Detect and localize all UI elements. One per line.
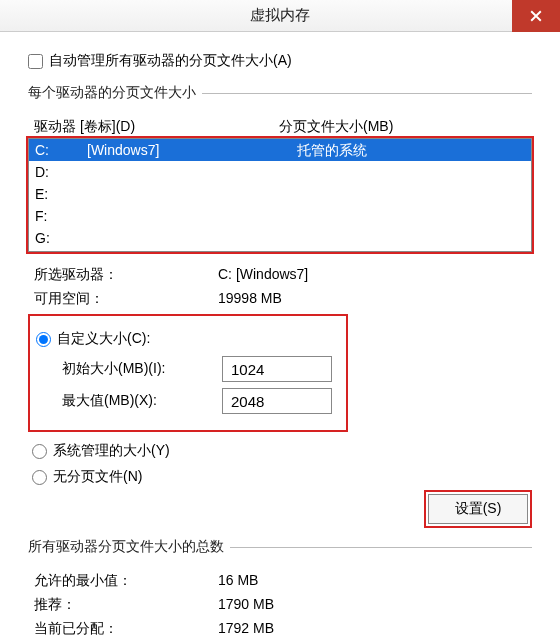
initial-size-label: 初始大小(MB)(I): [62,360,222,378]
drive-row[interactable]: G: [29,227,531,249]
max-size-row: 最大值(MB)(X): [62,388,340,414]
system-managed-label: 系统管理的大小(Y) [53,442,170,460]
set-button-row: 设置(S) [28,494,528,524]
no-paging-radio[interactable] [32,470,47,485]
titlebar: 虚拟内存 [0,0,560,32]
drive-row[interactable]: F: [29,205,531,227]
set-button[interactable]: 设置(S) [428,494,528,524]
drive-list-headers: 驱动器 [卷标](D) 分页文件大小(MB) [34,118,532,136]
drive-row[interactable]: C: [Windows7] 托管的系统 [29,139,531,161]
custom-size-block: 自定义大小(C): 初始大小(MB)(I): 最大值(MB)(X): [28,314,348,432]
selected-drive-value: C: [Windows7] [218,266,308,284]
cur-row: 当前已分配： 1792 MB [34,620,532,638]
custom-size-label: 自定义大小(C): [57,330,150,348]
drive-row[interactable]: D: [29,161,531,183]
max-size-input[interactable] [222,388,332,414]
min-value: 16 MB [218,572,258,590]
min-row: 允许的最小值： 16 MB [34,572,532,590]
system-managed-radio[interactable] [32,444,47,459]
max-size-label: 最大值(MB)(X): [62,392,222,410]
no-paging-label: 无分页文件(N) [53,468,142,486]
close-button[interactable] [512,0,560,32]
cur-value: 1792 MB [218,620,274,638]
drive-letter: F: [35,205,87,227]
rec-value: 1790 MB [218,596,274,614]
drive-letter: C: [35,139,87,161]
auto-manage-label: 自动管理所有驱动器的分页文件大小(A) [49,52,292,70]
drive-letter: E: [35,183,87,205]
window-title: 虚拟内存 [250,6,310,25]
free-space-label: 可用空间： [34,290,218,308]
totals-group: 所有驱动器分页文件大小的总数 允许的最小值： 16 MB 推荐： 1790 MB… [28,538,532,640]
drive-letter: D: [35,161,87,183]
cur-label: 当前已分配： [34,620,218,638]
drive-label: [Windows7] [87,139,297,161]
rec-row: 推荐： 1790 MB [34,596,532,614]
per-drive-group: 每个驱动器的分页文件大小 驱动器 [卷标](D) 分页文件大小(MB) C: [… [28,84,532,534]
initial-size-row: 初始大小(MB)(I): [62,356,340,382]
drive-size: 托管的系统 [297,139,367,161]
auto-manage-row: 自动管理所有驱动器的分页文件大小(A) [28,52,532,70]
custom-size-row: 自定义大小(C): [36,330,340,348]
auto-manage-checkbox[interactable] [28,54,43,69]
header-drive: 驱动器 [卷标](D) [34,118,279,136]
totals-section: 所有驱动器分页文件大小的总数 允许的最小值： 16 MB 推荐： 1790 MB… [28,538,532,640]
initial-size-input[interactable] [222,356,332,382]
dialog-content: 自动管理所有驱动器的分页文件大小(A) 每个驱动器的分页文件大小 驱动器 [卷标… [0,32,560,641]
selected-drive-label: 所选驱动器： [34,266,218,284]
drive-listbox[interactable]: C: [Windows7] 托管的系统 D: E: F: G: [28,138,532,252]
custom-size-radio[interactable] [36,332,51,347]
drive-row[interactable]: E: [29,183,531,205]
free-space-value: 19998 MB [218,290,282,308]
free-space-row: 可用空间： 19998 MB [34,290,532,308]
min-label: 允许的最小值： [34,572,218,590]
system-managed-row: 系统管理的大小(Y) [32,442,532,460]
totals-legend: 所有驱动器分页文件大小的总数 [28,538,230,556]
no-paging-row: 无分页文件(N) [32,468,532,486]
other-modes: 系统管理的大小(Y) 无分页文件(N) [32,442,532,486]
per-drive-legend: 每个驱动器的分页文件大小 [28,84,202,102]
close-icon [530,10,542,22]
selected-drive-row: 所选驱动器： C: [Windows7] [34,266,532,284]
rec-label: 推荐： [34,596,218,614]
header-size: 分页文件大小(MB) [279,118,393,136]
drive-letter: G: [35,227,87,249]
